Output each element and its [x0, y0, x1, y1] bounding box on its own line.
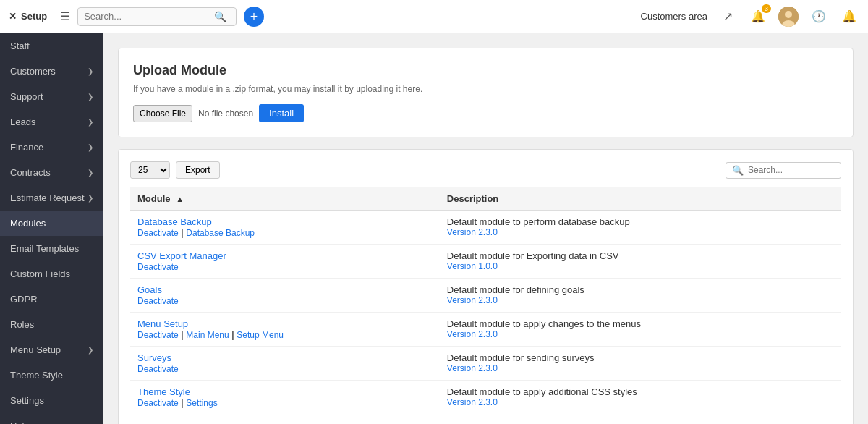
chevron-icon: ❯: [88, 169, 93, 177]
sidebar-item-theme-style[interactable]: Theme Style: [0, 362, 103, 388]
module-name-link[interactable]: Menu Setup: [137, 318, 433, 329]
description-cell: Default module to apply changes to the m…: [440, 313, 841, 347]
menu-icon[interactable]: ☰: [60, 9, 70, 23]
table-search-icon: 🔍: [732, 165, 744, 176]
sidebar-item-label: Support: [10, 91, 43, 102]
module-name-link[interactable]: Surveys: [137, 352, 433, 363]
upload-title: Upload Module: [133, 63, 838, 78]
clock-icon[interactable]: 🕐: [809, 7, 829, 27]
table-row: GoalsDeactivateDefault module for defini…: [130, 279, 841, 313]
modules-table-section: 25 50 100 Export 🔍 Module ▲: [118, 149, 854, 424]
sidebar-item-gdpr[interactable]: GDPR: [0, 287, 103, 312]
upload-row: Choose File No file chosen Install: [133, 104, 838, 122]
sidebar-item-roles[interactable]: Roles: [0, 312, 103, 337]
no-file-label: No file chosen: [198, 109, 253, 119]
module-description: Default module for defining goals: [447, 284, 834, 295]
sidebar-item-label: Settings: [10, 395, 44, 406]
sidebar-item-customers[interactable]: Customers❯: [0, 59, 103, 84]
sidebar-item-staff[interactable]: Staff: [0, 33, 103, 59]
export-button[interactable]: Export: [176, 161, 220, 179]
search-input[interactable]: [84, 11, 214, 22]
description-cell: Default module for Exporting data in CSV…: [440, 245, 841, 279]
customers-area-label: Customers area: [641, 11, 707, 22]
sidebar-item-modules[interactable]: Modules: [0, 211, 103, 236]
sidebar-item-label: Help: [10, 420, 30, 424]
notification-icon[interactable]: 🔔 3: [748, 7, 768, 27]
sidebar-item-settings[interactable]: Settings: [0, 388, 103, 413]
description-cell: Default module to apply additional CSS s…: [440, 381, 841, 415]
module-action-link[interactable]: Deactivate: [137, 330, 179, 340]
notification-badge: 3: [762, 4, 771, 13]
sidebar-item-estimate-request[interactable]: Estimate Request❯: [0, 185, 103, 211]
search-icon: 🔍: [214, 11, 226, 22]
module-cell: Menu SetupDeactivate | Main Menu | Setup…: [130, 313, 440, 347]
sidebar-item-custom-fields[interactable]: Custom Fields: [0, 261, 103, 287]
sort-icon-module[interactable]: ▲: [176, 195, 184, 203]
upload-section: Upload Module If you have a module in a …: [118, 48, 854, 137]
module-action-link[interactable]: Database Backup: [186, 228, 255, 238]
module-actions: Deactivate | Main Menu | Setup Menu: [137, 329, 433, 340]
chevron-icon: ❯: [88, 346, 93, 354]
sidebar-item-contracts[interactable]: Contracts❯: [0, 160, 103, 185]
module-action-link[interactable]: Deactivate: [137, 398, 179, 408]
choose-file-button[interactable]: Choose File: [133, 105, 192, 122]
table-search-input[interactable]: [748, 165, 835, 175]
module-actions: Deactivate: [137, 363, 433, 374]
module-action-link[interactable]: Deactivate: [137, 364, 179, 374]
sidebar-item-leads[interactable]: Leads❯: [0, 109, 103, 135]
table-controls: 25 50 100 Export 🔍: [130, 161, 841, 179]
module-version: Version 2.3.0: [447, 363, 834, 373]
sidebar-item-support[interactable]: Support❯: [0, 84, 103, 109]
share-icon[interactable]: ↗: [718, 7, 738, 27]
column-description: Description: [440, 187, 841, 211]
sidebar-item-label: Menu Setup: [10, 344, 61, 355]
module-action-link[interactable]: Deactivate: [137, 228, 179, 238]
module-name-link[interactable]: Theme Style: [137, 386, 433, 397]
module-description: Default module to apply additional CSS s…: [447, 386, 834, 397]
module-action-link[interactable]: Main Menu: [186, 330, 229, 340]
module-action-link[interactable]: Deactivate: [137, 262, 179, 272]
description-cell: Default module to perform database backu…: [440, 211, 841, 245]
sidebar: StaffCustomers❯Support❯Leads❯Finance❯Con…: [0, 33, 103, 424]
module-name-link[interactable]: Goals: [137, 284, 433, 295]
module-description: Default module to apply changes to the m…: [447, 318, 834, 329]
per-page-select[interactable]: 25 50 100: [130, 161, 170, 179]
module-action-link[interactable]: Setup Menu: [237, 330, 284, 340]
module-version: Version 1.0.0: [447, 261, 834, 271]
modules-table: Module ▲ Description Database BackupDeac…: [130, 187, 841, 414]
close-icon[interactable]: ✕: [9, 11, 17, 22]
table-header-row: Module ▲ Description: [130, 187, 841, 211]
main-layout: StaffCustomers❯Support❯Leads❯Finance❯Con…: [0, 33, 868, 424]
sidebar-item-menu-setup[interactable]: Menu Setup❯: [0, 337, 103, 362]
chevron-icon: ❯: [88, 194, 93, 202]
upload-description: If you have a module in a .zip format, y…: [133, 84, 838, 94]
description-cell: Default module for sending surveysVersio…: [440, 347, 841, 381]
module-name-link[interactable]: CSV Export Manager: [137, 250, 433, 261]
sidebar-item-help[interactable]: Help: [0, 413, 103, 424]
module-action-link[interactable]: Settings: [186, 398, 217, 408]
module-name-link[interactable]: Database Backup: [137, 216, 433, 227]
search-box: 🔍: [77, 7, 237, 26]
sidebar-item-label: Estimate Request: [10, 192, 85, 203]
module-version: Version 2.3.0: [447, 295, 834, 305]
sidebar-item-email-templates[interactable]: Email Templates: [0, 236, 103, 261]
sidebar-item-finance[interactable]: Finance❯: [0, 135, 103, 160]
module-cell: GoalsDeactivate: [130, 279, 440, 313]
sidebar-item-label: Theme Style: [10, 370, 63, 381]
sidebar-item-label: Email Templates: [10, 243, 79, 254]
sidebar-item-label: Customers: [10, 66, 56, 77]
sidebar-item-label: Staff: [10, 41, 30, 51]
module-actions: Deactivate | Database Backup: [137, 227, 433, 238]
svg-point-1: [785, 11, 792, 18]
table-row: SurveysDeactivateDefault module for send…: [130, 347, 841, 381]
chevron-icon: ❯: [88, 118, 93, 126]
avatar[interactable]: [778, 7, 799, 27]
content-area: Upload Module If you have a module in a …: [103, 33, 868, 424]
module-action-link[interactable]: Deactivate: [137, 296, 179, 306]
add-button[interactable]: +: [244, 7, 264, 27]
module-version: Version 2.3.0: [447, 397, 834, 407]
sidebar-item-label: Custom Fields: [10, 268, 70, 279]
install-button[interactable]: Install: [259, 104, 304, 122]
module-description: Default module to perform database backu…: [447, 216, 834, 227]
bell-icon[interactable]: 🔔: [839, 7, 859, 27]
